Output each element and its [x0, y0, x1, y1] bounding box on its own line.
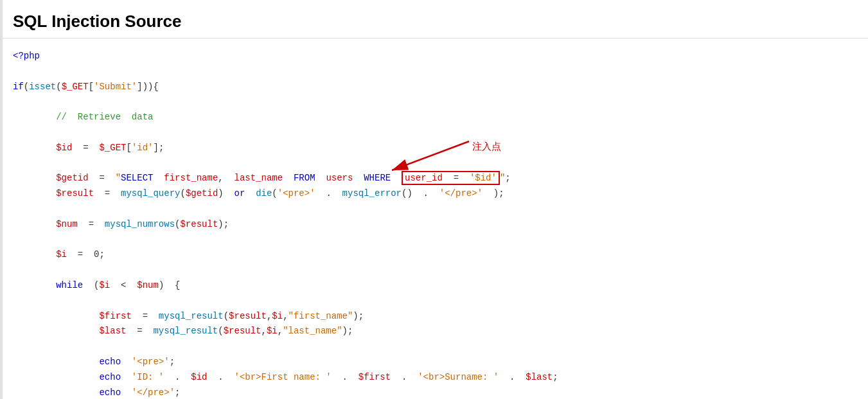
- line-first: $first = mysql_result($result,$i,"first_…: [13, 309, 855, 324]
- line-echo1: echo '<pre>';: [13, 355, 855, 370]
- line-i: $i = 0;: [13, 247, 855, 263]
- line-php-open: <?php: [13, 49, 855, 64]
- line-blank-7: [13, 263, 855, 278]
- line-blank-3: [13, 125, 855, 141]
- line-blank-9: [13, 339, 855, 355]
- line-result: $result = mysql_query($getid) or die('<p…: [13, 186, 855, 202]
- line-id: $id = $_GET['id'];: [13, 141, 855, 156]
- line-blank-6: [13, 233, 855, 248]
- page-title: SQL Injection Source: [0, 0, 868, 39]
- line-blank-1: [13, 64, 855, 80]
- line-blank-8: [13, 294, 855, 309]
- line-blank-2: [13, 94, 855, 110]
- line-echo2: echo 'ID: ' . $id . '<br>First name: ' .…: [13, 370, 855, 386]
- code-area: <?php if(isset($_GET['Submit'])){ // Ret…: [0, 39, 868, 399]
- line-comment: // Retrieve data: [13, 110, 855, 125]
- line-last: $last = mysql_result($result,$i,"last_na…: [13, 324, 855, 339]
- line-blank-5: [13, 202, 855, 217]
- line-if: if(isset($_GET['Submit'])){: [13, 80, 855, 95]
- line-blank-4: [13, 156, 855, 172]
- line-echo3: echo '</pre>';: [13, 386, 855, 399]
- line-getid: $getid = "SELECT first_name, last_name F…: [13, 171, 855, 186]
- line-while: while ($i < $num) {: [13, 278, 855, 294]
- line-num: $num = mysql_numrows($result);: [13, 217, 855, 233]
- left-border-decoration: [0, 0, 3, 399]
